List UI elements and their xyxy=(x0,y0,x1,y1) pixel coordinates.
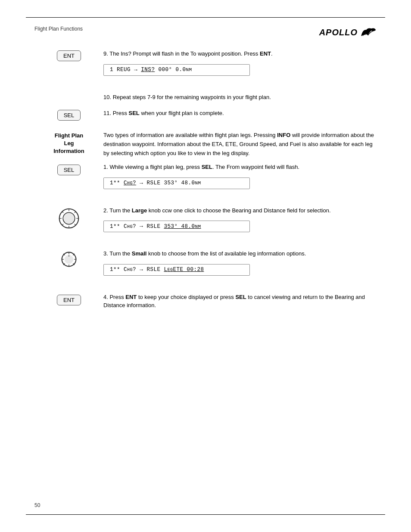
step-b1-icon-col: SEL xyxy=(34,163,103,175)
step-9-row: ENT 9. The Ins? Prompt will flash in the… xyxy=(34,50,377,87)
lcd-4-col2: CHG? xyxy=(124,267,136,273)
step-b4-icon-col: ENT xyxy=(34,293,103,305)
ent-button-2[interactable]: ENT xyxy=(57,295,81,305)
lcd-1-content: 1 REUG → Ins? 000° 0.0NM xyxy=(110,67,243,73)
lcd-3-col1: 1** xyxy=(110,224,120,230)
step-b3-row: 3. Turn the Small knob to choose from th… xyxy=(34,249,377,287)
step-9-num: 9. The Ins? Prompt will flash in the To … xyxy=(103,50,273,57)
lcd-4-arrow: → xyxy=(140,267,143,273)
step-b4-text: 4. Press ENT to keep your choice display… xyxy=(103,293,377,310)
lcd-3-content: 1** CHG? → RSLE 353° 48.0NM xyxy=(110,223,243,230)
large-knob-icon xyxy=(59,208,79,229)
lcd-4-wrapper: 1** CHG? → RSLE LEGETE 00:28 xyxy=(103,261,377,281)
lcd-1-arrow: → xyxy=(134,67,137,73)
lcd-2-col2: CHG? xyxy=(124,180,136,186)
fp-section: Flight Plan Leg Information Two types of… xyxy=(34,131,377,158)
step-b3-text: 3. Turn the Small knob to choose from th… xyxy=(103,249,377,258)
logo-text: APOLLO xyxy=(319,28,358,37)
lcd-4-col3: RSLE xyxy=(146,267,160,273)
step-b2-content: 2. Turn the Large knob ccw one click to … xyxy=(103,206,377,244)
step-10-text: 10. Repeat steps 7-9 for the remaining w… xyxy=(103,93,377,102)
step-9-content: 9. The Ins? Prompt will flash in the To … xyxy=(103,50,377,87)
lcd-4-col1: 1** xyxy=(110,267,120,273)
lcd-2-col5: 48.0NM xyxy=(181,180,201,186)
lcd-1-col3: Ins? xyxy=(141,67,155,73)
step-b3-content: 3. Turn the Small knob to choose from th… xyxy=(103,249,377,287)
step-b2-row: 2. Turn the Large knob ccw one click to … xyxy=(34,206,377,244)
ent-label-2: ENT xyxy=(63,297,75,303)
lcd-display-2: 1** CHG? → RSLE 353° 48.0NM xyxy=(103,177,250,189)
ent-button-1[interactable]: ENT xyxy=(57,50,81,61)
step-b4-row: ENT 4. Press ENT to keep your choice dis… xyxy=(34,293,377,311)
lcd-3-arrow: → xyxy=(140,223,143,230)
lcd-2-col1: 1** xyxy=(110,180,120,186)
step-b1-text: 1. While viewing a flight plan leg, pres… xyxy=(103,163,377,171)
step-11-icon-col: SEL xyxy=(34,109,103,121)
apollo-logo: APOLLO xyxy=(319,26,377,39)
lcd-2-wrapper: 1** CHG? → RSLE 353° 48.0NM xyxy=(103,174,377,194)
lcd-1-col2: REUG xyxy=(117,67,131,73)
lcd-4-col4: LEGETE 00:28 xyxy=(164,267,204,273)
lcd-3-col2: CHG? xyxy=(124,224,136,230)
border-bottom xyxy=(26,514,385,515)
sel-button-2[interactable]: SEL xyxy=(57,165,81,175)
step-10-row: 10. Repeat steps 7-9 for the remaining w… xyxy=(34,93,377,103)
header: Flight Plan Functions APOLLO xyxy=(34,26,377,41)
step-10-content: 10. Repeat steps 7-9 for the remaining w… xyxy=(103,93,377,103)
lcd-3-wrapper: 1** CHG? → RSLE 353° 48.0NM xyxy=(103,217,377,237)
lcd-1-wrapper: 1 REUG → Ins? 000° 0.0NM xyxy=(103,61,377,81)
step-b4-content: 4. Press ENT to keep your choice display… xyxy=(103,293,377,311)
fp-label-line1: Flight Plan xyxy=(55,132,83,139)
lcd-2-arrow: → xyxy=(140,180,143,187)
step-b2-text: 2. Turn the Large knob ccw one click to … xyxy=(103,206,377,215)
step-11-text: 11. Press SEL when your flight plan is c… xyxy=(103,109,377,118)
ent-label-1: ENT xyxy=(63,53,75,59)
apollo-bird-icon xyxy=(359,26,377,39)
step-11-content: 11. Press SEL when your flight plan is c… xyxy=(103,109,377,119)
step-b2-icon-col xyxy=(34,206,103,229)
sel-label-1: SEL xyxy=(64,112,75,118)
page: Flight Plan Functions APOLLO ENT 9. The … xyxy=(0,0,411,532)
main-content: ENT 9. The Ins? Prompt will flash in the… xyxy=(34,50,377,317)
sel-label-2: SEL xyxy=(64,167,75,173)
step-10-icon-col xyxy=(34,93,103,94)
border-top xyxy=(26,17,385,18)
small-knob-icon xyxy=(61,251,77,268)
step-b1-row: SEL 1. While viewing a flight plan leg, … xyxy=(34,163,377,200)
step-11-row: SEL 11. Press SEL when your flight plan … xyxy=(34,109,377,121)
svg-point-10 xyxy=(64,213,74,224)
lcd-1-col1: 1 xyxy=(110,67,113,73)
fp-label-line3: Information xyxy=(53,148,84,154)
lcd-2-content: 1** CHG? → RSLE 353° 48.0NM xyxy=(110,180,243,187)
step-b1-content: 1. While viewing a flight plan leg, pres… xyxy=(103,163,377,200)
sel-button-1[interactable]: SEL xyxy=(57,110,81,121)
lcd-display-3: 1** CHG? → RSLE 353° 48.0NM xyxy=(103,221,250,232)
fp-section-body: Two types of information are available w… xyxy=(103,131,377,158)
step-9-icon-col: ENT xyxy=(34,50,103,61)
lcd-display-1: 1 REUG → Ins? 000° 0.0NM xyxy=(103,64,250,76)
lcd-display-4: 1** CHG? → RSLE LEGETE 00:28 xyxy=(103,264,250,276)
lcd-1-col4: 000° xyxy=(158,67,172,73)
lcd-1-col5: 0.0NM xyxy=(175,67,192,73)
lcd-3-col3: RSLE xyxy=(146,224,160,230)
step-9-text: 9. The Ins? Prompt will flash in the To … xyxy=(103,50,377,58)
fp-label-line2: Leg xyxy=(64,140,74,146)
step-b3-icon-col xyxy=(34,249,103,268)
lcd-3-col4: 353° 48.0NM xyxy=(164,224,201,230)
lcd-2-col3: RSLE xyxy=(146,180,160,186)
lcd-4-content: 1** CHG? → RSLE LEGETE 00:28 xyxy=(110,267,243,273)
page-title: Flight Plan Functions xyxy=(34,26,83,32)
lcd-2-col4: 353° xyxy=(164,180,177,186)
page-number: 50 xyxy=(34,502,40,508)
fp-section-label: Flight Plan Leg Information xyxy=(34,131,103,156)
